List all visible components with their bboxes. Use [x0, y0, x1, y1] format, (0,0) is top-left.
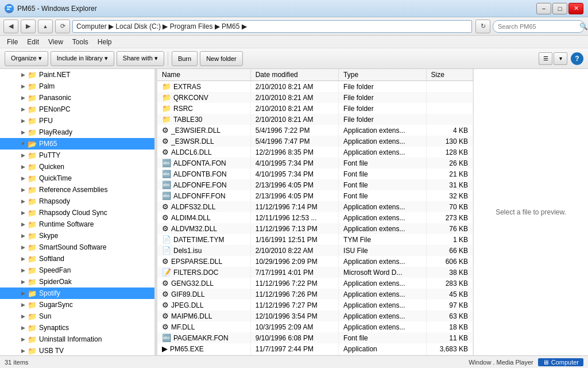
- table-row[interactable]: 📄Dels1.isu2/10/2010 8:22 AMISU File66 KB: [157, 245, 473, 256]
- table-row[interactable]: 🔤PAGEMAKR.FON9/10/1996 6:08 PMFont file1…: [157, 332, 473, 343]
- sidebar-item-5[interactable]: ▶PlayReady: [0, 126, 154, 138]
- expander-icon-20[interactable]: ▶: [18, 300, 28, 309]
- table-row[interactable]: ⚙ALDIM4.DLL12/11/1996 12:53 ...Applicati…: [157, 212, 473, 223]
- sidebar-item-7[interactable]: ▶PuTTY: [0, 150, 154, 161]
- up-button[interactable]: ▲: [38, 20, 53, 33]
- sidebar-item-23[interactable]: ▶Uninstall Information: [0, 334, 154, 345]
- help-button[interactable]: ?: [571, 52, 583, 65]
- menu-tools[interactable]: Tools: [68, 37, 93, 47]
- expander-icon-10[interactable]: ▶: [18, 185, 28, 194]
- table-row[interactable]: 📃PM65REG.TXT10/3/1996 1:25 PMText Docume…: [157, 354, 473, 355]
- table-row[interactable]: ⚙ALDCL6.DLL12/2/1996 8:35 PMApplication …: [157, 147, 473, 158]
- expander-icon-3[interactable]: ▶: [18, 105, 28, 114]
- table-row[interactable]: ⚙GENG32.DLL11/12/1996 7:22 PMApplication…: [157, 278, 473, 289]
- table-row[interactable]: 📝FILTERS.DOC7/17/1991 4:01 PMMicrosoft W…: [157, 267, 473, 278]
- expander-icon-24[interactable]: ▶: [18, 346, 28, 355]
- sidebar-item-12[interactable]: ▶Rhapsody Cloud Sync: [0, 207, 154, 218]
- sidebar-item-8[interactable]: ▶Quicken: [0, 161, 154, 172]
- table-row[interactable]: 📁TABLE302/10/2010 8:21 AMFile folder: [157, 114, 473, 125]
- sidebar-item-10[interactable]: ▶Reference Assemblies: [0, 184, 154, 195]
- sidebar-item-3[interactable]: ▶PENonPC: [0, 103, 154, 115]
- address-refresh-btn[interactable]: ↻: [475, 20, 490, 33]
- view-list-button[interactable]: ☰: [539, 52, 552, 65]
- sidebar-item-0[interactable]: ▶Paint.NET: [0, 69, 154, 80]
- expander-icon-9[interactable]: ▶: [18, 174, 28, 183]
- expander-icon-2[interactable]: ▶: [18, 93, 28, 102]
- expander-icon-17[interactable]: ▶: [18, 266, 28, 275]
- table-row[interactable]: 🔤ALDFONFF.FON2/13/1996 4:05 PMFont file3…: [157, 190, 473, 201]
- table-row[interactable]: ⚙MF.DLL10/3/1995 2:09 AMApplication exte…: [157, 321, 473, 332]
- share-button[interactable]: Share with ▾: [117, 51, 164, 66]
- sidebar-item-13[interactable]: ▶Runtime Software: [0, 218, 154, 230]
- sidebar-item-6[interactable]: ▼PM65: [0, 138, 154, 150]
- expander-icon-22[interactable]: ▶: [18, 323, 28, 332]
- expander-icon-4[interactable]: ▶: [18, 116, 28, 125]
- col-name[interactable]: Name: [157, 69, 250, 81]
- expander-icon-6[interactable]: ▼: [18, 139, 28, 148]
- sidebar-item-9[interactable]: ▶QuickTime: [0, 172, 154, 184]
- sidebar-item-24[interactable]: ▶USB TV: [0, 345, 154, 355]
- back-button[interactable]: ◀: [3, 20, 18, 33]
- menu-help[interactable]: Help: [93, 37, 117, 47]
- expander-icon-19[interactable]: ▶: [18, 289, 28, 298]
- table-row[interactable]: ⚙GIF89.DLL11/12/1996 7:26 PMApplication …: [157, 289, 473, 300]
- expander-icon-21[interactable]: ▶: [18, 312, 28, 321]
- col-date[interactable]: Date modified: [250, 69, 338, 81]
- expander-icon-23[interactable]: ▶: [18, 335, 28, 344]
- menu-view[interactable]: View: [44, 37, 68, 47]
- sidebar-item-22[interactable]: ▶Synaptics: [0, 322, 154, 334]
- sidebar-item-16[interactable]: ▶Softland: [0, 253, 154, 264]
- sidebar-item-18[interactable]: ▶SpiderOak: [0, 276, 154, 288]
- sidebar-item-2[interactable]: ▶Panasonic: [0, 92, 154, 103]
- minimize-button[interactable]: −: [536, 3, 551, 14]
- sidebar-item-21[interactable]: ▶Sun: [0, 310, 154, 322]
- sidebar-item-15[interactable]: ▶SmartSound Software: [0, 241, 154, 253]
- sidebar-item-4[interactable]: ▶PFU: [0, 115, 154, 126]
- expander-icon-11[interactable]: ▶: [18, 197, 28, 206]
- forward-button[interactable]: ▶: [21, 20, 36, 33]
- sidebar-item-19[interactable]: ▶Spotify: [0, 288, 154, 299]
- expander-icon-13[interactable]: ▶: [18, 220, 28, 229]
- table-row[interactable]: 📄DATETIME.TYM1/16/1991 12:51 PMTYM File1…: [157, 234, 473, 245]
- maximize-button[interactable]: □: [552, 3, 567, 14]
- table-row[interactable]: ▶PM65.EXE11/7/1997 2:44 PMApplication3,6…: [157, 343, 473, 354]
- col-type[interactable]: Type: [339, 69, 427, 81]
- expander-icon-15[interactable]: ▶: [18, 243, 28, 252]
- expander-icon-16[interactable]: ▶: [18, 254, 28, 263]
- table-row[interactable]: 🔤ALDFONFE.FON2/13/1996 4:05 PMFont file3…: [157, 179, 473, 190]
- table-row[interactable]: ⚙JPEG.DLL11/12/1996 7:27 PMApplication e…: [157, 300, 473, 310]
- expander-icon-8[interactable]: ▶: [18, 162, 28, 171]
- table-row[interactable]: ⚙ALDFS32.DLL11/12/1996 7:14 PMApplicatio…: [157, 201, 473, 212]
- table-row[interactable]: 📁QRKCONV2/10/2010 8:21 AMFile folder: [157, 92, 473, 103]
- menu-edit[interactable]: Edit: [22, 37, 44, 47]
- expander-icon-1[interactable]: ▶: [18, 82, 28, 91]
- table-row[interactable]: ⚙ALDVM32.DLL11/12/1996 7:13 PMApplicatio…: [157, 223, 473, 234]
- refresh-button[interactable]: ⟳: [55, 20, 70, 33]
- expander-icon-0[interactable]: ▶: [18, 70, 28, 79]
- table-row[interactable]: ⚙EPSPARSE.DLL10/29/1996 2:09 PMApplicati…: [157, 256, 473, 267]
- search-input[interactable]: [498, 23, 577, 30]
- sidebar-item-14[interactable]: ▶Skype: [0, 230, 154, 241]
- table-row[interactable]: 🔤ALDFONTB.FON4/10/1995 7:34 PMFont file2…: [157, 168, 473, 179]
- close-button[interactable]: ✕: [568, 3, 583, 14]
- expander-icon-5[interactable]: ▶: [18, 128, 28, 137]
- expander-icon-18[interactable]: ▶: [18, 277, 28, 286]
- view-dropdown-button[interactable]: ▾: [554, 52, 567, 65]
- sidebar-item-1[interactable]: ▶Palm: [0, 80, 154, 92]
- menu-file[interactable]: File: [2, 37, 22, 47]
- address-path[interactable]: Computer ▶ Local Disk (C:) ▶ Program Fil…: [72, 20, 472, 33]
- new-folder-button[interactable]: New folder: [200, 51, 243, 66]
- include-library-button[interactable]: Include in library ▾: [51, 51, 114, 66]
- burn-button[interactable]: Burn: [172, 51, 198, 66]
- table-row[interactable]: 📁RSRC2/10/2010 8:21 AMFile folder: [157, 103, 473, 114]
- sidebar-item-11[interactable]: ▶Rhapsody: [0, 195, 154, 207]
- col-size[interactable]: Size: [426, 69, 473, 81]
- sidebar-item-17[interactable]: ▶SpeedFan: [0, 264, 154, 276]
- organize-button[interactable]: Organize ▾: [5, 51, 48, 66]
- expander-icon-7[interactable]: ▶: [18, 151, 28, 160]
- table-row[interactable]: ⚙_E3WSR.DLL5/4/1996 7:47 PMApplication e…: [157, 136, 473, 147]
- table-row[interactable]: ⚙_E3WSIER.DLL5/4/1996 7:22 PMApplication…: [157, 125, 473, 136]
- expander-icon-14[interactable]: ▶: [18, 231, 28, 240]
- sidebar-item-20[interactable]: ▶SugarSync: [0, 299, 154, 310]
- table-row[interactable]: 🔤ALDFONTA.FON4/10/1995 7:34 PMFont file2…: [157, 158, 473, 168]
